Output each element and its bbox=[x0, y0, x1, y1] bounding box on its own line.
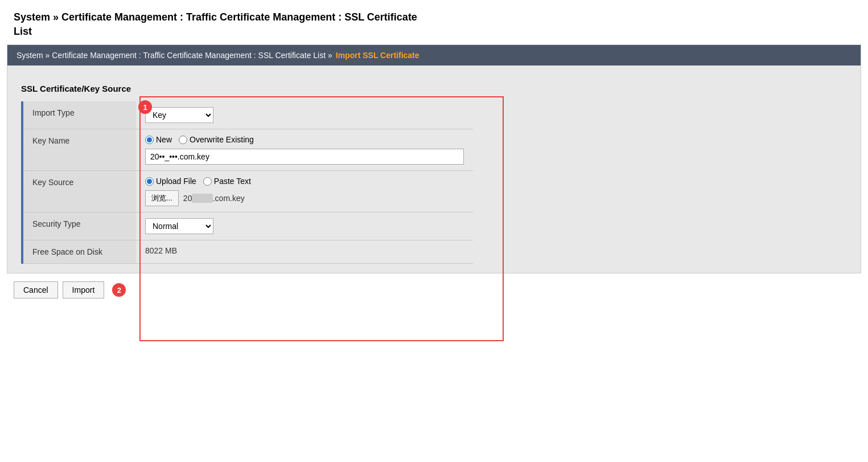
radio-upload-label[interactable]: Upload File bbox=[145, 177, 196, 186]
security-type-label: Security Type bbox=[22, 212, 136, 240]
key-name-input[interactable] bbox=[145, 149, 464, 165]
radio-upload[interactable] bbox=[145, 177, 154, 186]
browse-button[interactable]: 浏览... bbox=[145, 190, 179, 206]
file-input-row: 浏览... 20••_•••.com.key bbox=[145, 190, 464, 206]
form-table: Import Type 1 Key Certificate bbox=[21, 101, 473, 264]
key-name-radio-group: New Overwrite Existing bbox=[145, 135, 464, 144]
key-source-label: Key Source bbox=[22, 171, 136, 212]
radio-new-label[interactable]: New bbox=[145, 135, 172, 144]
import-type-row: Import Type 1 Key Certificate bbox=[22, 101, 473, 129]
breadcrumb-static: System » Certificate Management : Traffi… bbox=[17, 51, 332, 60]
annotation-badge-2: 2 bbox=[112, 283, 126, 297]
panel-header: System » Certificate Management : Traffi… bbox=[7, 45, 861, 66]
section-title: SSL Certificate/Key Source bbox=[21, 84, 473, 93]
key-name-value: New Overwrite Existing bbox=[136, 129, 473, 171]
file-name-display: 20••_•••.com.key bbox=[183, 194, 245, 203]
radio-paste[interactable] bbox=[203, 177, 212, 186]
key-source-radio-group: Upload File Paste Text bbox=[145, 177, 464, 186]
key-name-row: Key Name New bbox=[22, 129, 473, 171]
cancel-button[interactable]: Cancel bbox=[14, 281, 58, 299]
import-button[interactable]: Import bbox=[63, 281, 105, 299]
security-type-select[interactable]: Normal FIPS bbox=[145, 218, 213, 234]
security-type-row: Security Type Normal FIPS bbox=[22, 212, 473, 240]
form-section: SSL Certificate/Key Source Import Type 1 bbox=[21, 79, 847, 264]
radio-new[interactable] bbox=[145, 136, 154, 144]
import-type-select[interactable]: Key Certificate bbox=[145, 107, 213, 123]
key-source-value: Upload File Paste Text 浏览... bbox=[136, 171, 473, 212]
import-type-value: 1 Key Certificate bbox=[136, 101, 473, 129]
security-type-value: Normal FIPS bbox=[136, 212, 473, 240]
free-space-text: 8022 MB bbox=[145, 246, 177, 255]
page-title: System » Certificate Management : Traffi… bbox=[14, 10, 854, 39]
panel-body: SSL Certificate/Key Source Import Type 1 bbox=[7, 66, 861, 273]
radio-overwrite[interactable] bbox=[179, 136, 187, 144]
breadcrumb-active: Import SSL Certificate bbox=[336, 51, 419, 60]
main-panel: System » Certificate Management : Traffi… bbox=[7, 44, 861, 273]
import-type-label: Import Type bbox=[22, 101, 136, 129]
key-source-row: Key Source Upload File bbox=[22, 171, 473, 212]
bottom-actions: Cancel Import 2 bbox=[0, 273, 868, 306]
key-name-label: Key Name bbox=[22, 129, 136, 171]
free-space-value: 8022 MB bbox=[136, 240, 473, 264]
radio-overwrite-label[interactable]: Overwrite Existing bbox=[179, 135, 254, 144]
page-header: System » Certificate Management : Traffi… bbox=[0, 0, 868, 44]
free-space-row: Free Space on Disk 8022 MB bbox=[22, 240, 473, 264]
free-space-label: Free Space on Disk bbox=[22, 240, 136, 264]
radio-paste-label[interactable]: Paste Text bbox=[203, 177, 251, 186]
